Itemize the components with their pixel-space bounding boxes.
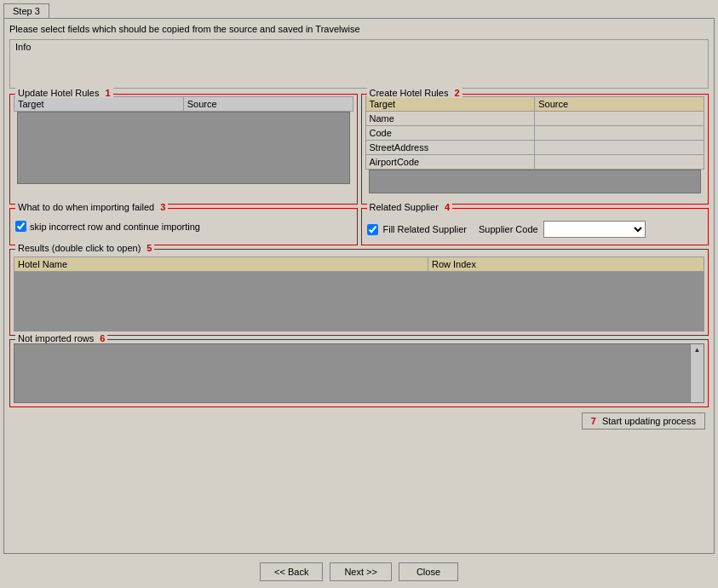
table-row: Name	[365, 112, 704, 126]
create-hotel-table: Target Source Name Code	[365, 96, 705, 170]
create-row-source	[535, 155, 704, 170]
not-imported-textarea-area: ▲	[14, 343, 704, 403]
results-inner: Hotel Name Row Index	[10, 257, 708, 335]
table-row: Code	[365, 126, 704, 141]
update-hotel-rules-title: Update Hotel Rules 1	[15, 88, 113, 98]
step3-tab[interactable]: Step 3	[3, 3, 49, 18]
scroll-up-icon[interactable]: ▲	[692, 344, 703, 355]
table-row: StreetAddress	[365, 141, 704, 155]
create-hotel-rules-number: 2	[455, 88, 460, 98]
tab-bar: Step 3	[0, 0, 718, 18]
what-to-do-title: What to do when importing failed 3	[15, 202, 168, 212]
table-row: AirportCode	[365, 155, 704, 170]
results-grid-area	[14, 272, 704, 331]
back-button[interactable]: << Back	[260, 562, 323, 581]
not-imported-number: 6	[100, 333, 105, 343]
create-hotel-rules-title: Create Hotel Rules 2	[367, 88, 462, 98]
related-supplier-inner: Fill Related Supplier Supplier Code	[367, 221, 704, 238]
update-grid-area	[17, 112, 350, 184]
results-col-row: Row Index	[428, 257, 704, 272]
related-supplier-number: 4	[445, 202, 450, 212]
not-imported-section: Not imported rows 6 ▲	[9, 339, 709, 407]
not-imported-inner: ▲	[10, 340, 708, 406]
upper-sections-row: Update Hotel Rules 1 Target Source	[9, 94, 709, 205]
start-btn-row: 7 Start updating process	[9, 411, 709, 431]
main-panel: Please select fields which should be cop…	[3, 18, 715, 554]
update-table-wrapper: Target Source	[10, 95, 357, 191]
update-hotel-rules-section: Update Hotel Rules 1 Target Source	[9, 94, 358, 205]
skip-row-checkbox-row: skip incorrect row and continue importin…	[15, 221, 352, 232]
update-col-target: Target	[14, 97, 184, 112]
main-window: Step 3 Please select fields which should…	[0, 0, 718, 588]
start-btn-number: 7	[591, 416, 596, 426]
not-imported-title: Not imported rows 6	[15, 333, 107, 343]
update-hotel-rules-number: 1	[105, 88, 110, 98]
what-to-do-section: What to do when importing failed 3 skip …	[9, 208, 358, 245]
results-section: Results (double click to open) 5 Hotel N…	[9, 249, 709, 336]
footer: << Back Next >> Close	[0, 557, 718, 588]
related-supplier-title: Related Supplier 4	[367, 202, 453, 212]
create-row-source	[535, 112, 704, 126]
instruction-text: Please select fields which should be cop…	[9, 24, 709, 34]
supplier-code-dropdown[interactable]	[543, 221, 646, 238]
skip-row-checkbox[interactable]	[15, 221, 26, 232]
create-col-source: Source	[535, 97, 704, 112]
info-section: Info	[9, 39, 709, 89]
results-col-hotel: Hotel Name	[14, 257, 428, 272]
fill-related-supplier-checkbox[interactable]	[367, 224, 378, 235]
results-table: Hotel Name Row Index	[14, 257, 704, 272]
middle-sections-row: What to do when importing failed 3 skip …	[9, 208, 709, 245]
scrollbar[interactable]: ▲	[690, 344, 704, 402]
info-content	[15, 52, 703, 86]
skip-row-label: skip incorrect row and continue importin…	[30, 222, 200, 232]
create-hotel-rules-section: Create Hotel Rules 2 Target Source	[361, 94, 709, 205]
supplier-code-label: Supplier Code	[479, 224, 538, 234]
update-hotel-table: Target Source	[14, 96, 353, 112]
create-grid-area	[369, 170, 702, 193]
results-title: Results (double click to open) 5	[15, 243, 154, 253]
related-supplier-section: Related Supplier 4 Fill Related Supplier…	[361, 208, 709, 245]
start-updating-button[interactable]: 7 Start updating process	[582, 412, 705, 429]
create-row-source	[535, 126, 704, 141]
update-col-source: Source	[183, 97, 353, 112]
create-col-target: Target	[365, 97, 535, 112]
results-number: 5	[146, 243, 152, 253]
what-to-do-number: 3	[160, 202, 165, 212]
create-table-wrapper: Target Source Name Code	[362, 95, 709, 200]
create-row-target: Name	[365, 112, 535, 126]
next-button[interactable]: Next >>	[330, 562, 392, 581]
close-button[interactable]: Close	[399, 562, 458, 581]
create-row-source	[535, 141, 704, 155]
start-btn-label: Start updating process	[602, 416, 696, 426]
create-row-target: Code	[365, 126, 535, 141]
fill-related-supplier-label: Fill Related Supplier	[383, 224, 467, 234]
create-row-target: AirportCode	[365, 155, 535, 170]
info-label: Info	[15, 42, 31, 52]
create-row-target: StreetAddress	[365, 141, 535, 155]
